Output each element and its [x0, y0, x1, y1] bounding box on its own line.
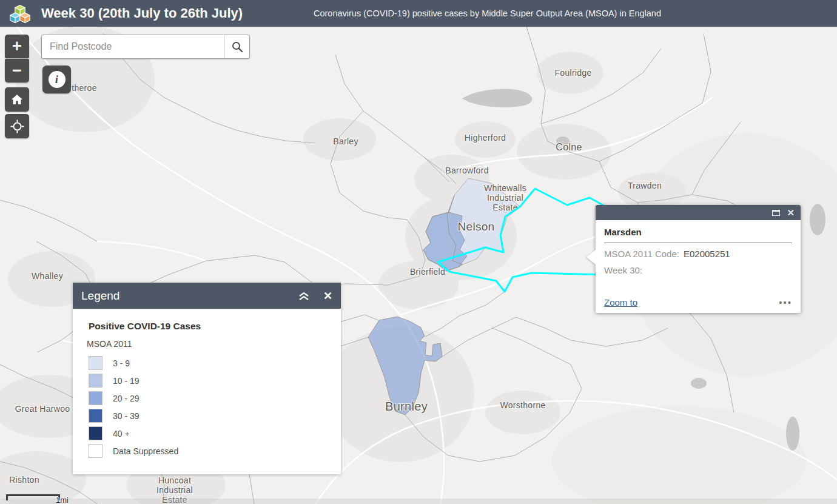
double-chevron-up-icon — [298, 291, 310, 301]
popup-field: Week 30: — [604, 265, 792, 276]
popup-body: Marsden MSOA 2011 Code:E02005251 Week 30… — [596, 220, 801, 313]
search-button[interactable] — [224, 35, 249, 58]
map-label-whitewalls: Whitewalls Industrial Estate — [484, 183, 526, 212]
home-icon — [11, 94, 23, 105]
legend-item: Data Suppressed — [89, 442, 341, 460]
postcode-search — [41, 35, 250, 59]
scale-bar — [6, 494, 60, 500]
legend-close-button[interactable]: ✕ — [323, 289, 332, 303]
minus-icon: − — [12, 62, 22, 79]
field-label: Week 30: — [604, 265, 642, 275]
legend-item: 10 - 19 — [89, 372, 341, 389]
close-icon: ✕ — [323, 289, 332, 303]
more-options-icon[interactable]: ••• — [779, 300, 792, 306]
legend-swatch — [89, 409, 103, 423]
zoom-in-button[interactable]: + — [5, 35, 29, 58]
home-extent-button[interactable] — [5, 87, 29, 112]
legend-item-label: 20 - 29 — [113, 394, 140, 403]
crosshair-icon — [10, 119, 24, 133]
popup-footer: Zoom to ••• — [604, 297, 792, 307]
map-label-higherford: Higherford — [465, 133, 506, 143]
popup-title: Marsden — [604, 227, 792, 243]
scale-bar-label: 1mi — [56, 496, 69, 504]
legend-swatch — [89, 356, 103, 370]
field-value: E02005251 — [684, 249, 730, 259]
map-label-nelson: Nelson — [458, 221, 495, 233]
legend-item: 20 - 29 — [89, 389, 341, 407]
legend-swatch — [89, 444, 103, 458]
legend-body: Positive COVID-19 Cases MSOA 2011 3 - 9 … — [73, 309, 341, 474]
legend-title: Legend — [81, 289, 284, 303]
feature-popup: ✕ Marsden MSOA 2011 Code:E02005251 Week … — [596, 205, 801, 313]
info-icon: i — [49, 71, 66, 88]
popup-pointer — [587, 250, 596, 264]
map-label-rishton: Rishton — [9, 475, 39, 485]
legend-item: 3 - 9 — [89, 354, 341, 372]
search-icon — [231, 41, 243, 53]
app-header: Week 30 (20th July to 26th July) Coronav… — [0, 0, 837, 27]
legend-item: 40 + — [89, 425, 341, 442]
popup-field: MSOA 2011 Code:E02005251 — [604, 249, 792, 260]
map-label-great-harwood: Great Harwoo — [15, 404, 70, 414]
map-label-brierfield: Brierfield — [410, 267, 445, 277]
map-label-barrowford: Barrowford — [445, 166, 488, 175]
map-label-worsthorne: Worsthorne — [500, 400, 545, 410]
legend-item-label: 40 + — [113, 429, 130, 438]
map-app: theroe Barley Foulridge Higherford Colne… — [0, 0, 837, 504]
map-label-colne: Colne — [556, 143, 582, 152]
legend-swatch — [89, 374, 103, 388]
popup-header: ✕ — [596, 205, 801, 220]
legend-item-label: 3 - 9 — [113, 358, 130, 368]
legend-sublayer-title: MSOA 2011 — [87, 339, 341, 349]
legend-panel: Legend ✕ Positive COVID-19 Cases MSOA 20… — [73, 283, 341, 474]
legend-swatch — [89, 426, 103, 440]
app-logo-cubes-icon — [8, 2, 32, 26]
collapse-button[interactable] — [298, 291, 310, 301]
attribution-bar — [0, 499, 837, 504]
popup-close-button[interactable]: ✕ — [787, 208, 795, 217]
legend-item: 30 - 39 — [89, 407, 341, 425]
my-location-button[interactable] — [5, 114, 29, 138]
maximize-icon[interactable] — [772, 210, 780, 216]
page-title: Week 30 (20th July to 26th July) — [41, 0, 243, 27]
map-label-whalley: Whalley — [32, 271, 63, 281]
plus-icon: + — [12, 38, 22, 55]
map-label-foulridge: Foulridge — [554, 68, 591, 78]
legend-item-label: 10 - 19 — [113, 376, 140, 386]
map-label-barley: Barley — [333, 136, 358, 146]
legend-layer-title: Positive COVID-19 Cases — [89, 321, 341, 332]
legend-item-label: Data Suppressed — [113, 446, 178, 456]
search-input[interactable] — [42, 35, 224, 58]
map-label-trawden: Trawden — [628, 181, 662, 190]
legend-swatch — [89, 391, 103, 405]
page-subtitle: Coronavirus (COVID-19) positive cases by… — [314, 0, 661, 27]
map-label-clitheroe: theroe — [72, 83, 97, 93]
map-label-burnley: Burnley — [385, 400, 428, 413]
zoom-out-button[interactable]: − — [5, 59, 29, 82]
legend-header: Legend ✕ — [73, 283, 341, 309]
info-button[interactable]: i — [42, 66, 71, 93]
legend-item-label: 30 - 39 — [113, 411, 140, 421]
field-label: MSOA 2011 Code: — [604, 249, 679, 259]
zoom-to-link[interactable]: Zoom to — [604, 297, 779, 307]
